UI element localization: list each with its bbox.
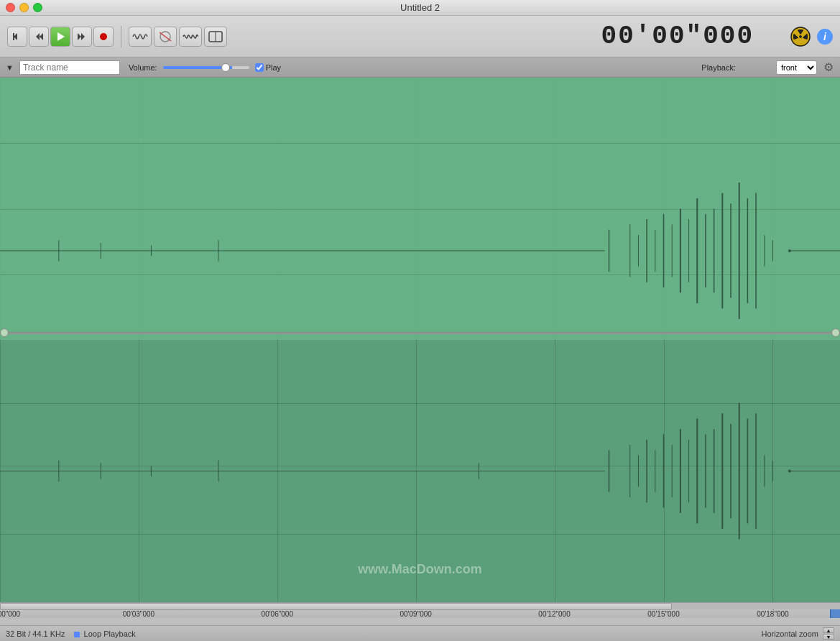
zoom-down-arrow[interactable]: ▼ — [823, 634, 834, 640]
zoom-up-arrow[interactable]: ▲ — [823, 627, 834, 633]
middle-divider[interactable] — [0, 332, 840, 334]
radiation-icon[interactable] — [790, 26, 811, 47]
track-name-input[interactable] — [19, 60, 120, 75]
play-checkbox[interactable] — [255, 63, 264, 72]
toolbar: 00'00"000 i — [0, 16, 840, 57]
wave-tool-1[interactable] — [129, 27, 152, 47]
play-label: Play — [266, 63, 281, 72]
status-bar: 32 Bit / 44.1 KHz Loop Playback Horizont… — [0, 625, 840, 641]
play-checkbox-area: Play — [255, 63, 281, 72]
volume-slider[interactable] — [163, 66, 249, 69]
timeline-tick-5: 00'15"000 — [647, 610, 679, 618]
close-button[interactable] — [6, 3, 15, 12]
divider-handle-right[interactable] — [831, 328, 840, 337]
rewind-start-button[interactable] — [7, 27, 27, 47]
track-dropdown-arrow[interactable]: ▼ — [6, 63, 14, 72]
wave-tool-4[interactable] — [204, 27, 227, 47]
timeline-tick-4: 00'12"000 — [538, 610, 570, 618]
status-bit-rate: 32 Bit / 44.1 KHz — [6, 630, 65, 638]
transport-buttons — [7, 27, 114, 47]
h-scrollbar-thumb[interactable] — [0, 603, 672, 610]
zoom-stepper[interactable]: ▲ ▼ — [823, 627, 834, 640]
rewind-button[interactable] — [29, 27, 49, 47]
svg-marker-2 — [36, 33, 40, 40]
record-button[interactable] — [93, 27, 114, 47]
playback-select[interactable]: front back stereo — [776, 60, 817, 75]
settings-icon[interactable]: ⚙ — [821, 60, 836, 75]
zoom-label: Horizontal zoom — [762, 630, 818, 638]
status-loop-indicator: Loop Playback — [74, 630, 136, 638]
timeline-tick-0: 00'00"000 — [0, 610, 20, 618]
waveform-area[interactable]: www.MacDown.com — [0, 78, 840, 602]
zoom-control: Horizontal zoom ▲ ▼ — [762, 627, 834, 640]
loop-label: Loop Playback — [84, 630, 136, 638]
window-controls — [6, 3, 42, 12]
timeline-tick-2: 00'06"000 — [262, 610, 293, 618]
waveform-svg — [0, 78, 840, 602]
svg-marker-3 — [40, 33, 43, 40]
svg-point-7 — [100, 33, 107, 40]
fast-forward-button[interactable] — [72, 27, 92, 47]
title-bar: Untitled 2 — [0, 0, 840, 16]
play-button[interactable] — [50, 27, 70, 47]
wave-tools — [129, 27, 227, 47]
minimize-button[interactable] — [19, 3, 29, 12]
divider-handle-left[interactable] — [0, 328, 9, 337]
maximize-button[interactable] — [33, 3, 42, 12]
svg-rect-1 — [13, 33, 14, 40]
svg-marker-6 — [81, 33, 85, 40]
info-icon[interactable]: i — [817, 29, 833, 45]
playback-label: Playback: — [701, 63, 736, 72]
volume-label: Volume: — [129, 63, 157, 72]
svg-point-17 — [799, 35, 802, 38]
svg-marker-4 — [57, 32, 65, 41]
separator-1 — [121, 26, 121, 47]
timeline-tick-3: 00'09"000 — [400, 610, 431, 618]
h-scrollbar-track — [0, 602, 840, 609]
wave-tool-3[interactable] — [179, 27, 202, 47]
time-display: 00'00"000 — [601, 22, 754, 51]
track-header: ▼ Volume: Play Playback: front back ster… — [0, 57, 840, 78]
timeline-tick-1: 00'03"000 — [123, 610, 154, 618]
window-title: Untitled 2 — [400, 2, 440, 13]
wave-tool-2[interactable] — [154, 27, 177, 47]
timeline-tick-6: 00'18"000 — [757, 610, 788, 618]
svg-marker-5 — [78, 33, 81, 40]
toolbar-icons-right: i — [790, 26, 833, 47]
toolbar-left — [7, 26, 227, 47]
